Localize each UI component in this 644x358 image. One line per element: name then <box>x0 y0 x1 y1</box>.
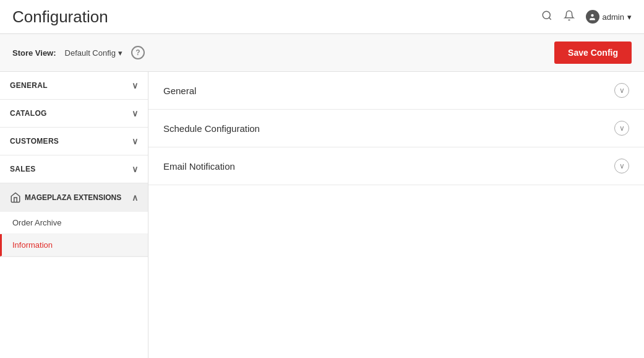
sidebar-item-sales[interactable]: SALES ∨ <box>0 155 148 183</box>
section-chevron-general: ∨ <box>614 83 629 98</box>
help-icon[interactable]: ? <box>131 46 145 59</box>
store-select-chevron: ▾ <box>118 48 122 58</box>
svg-line-1 <box>549 17 551 19</box>
mageplaza-label: MAGEPLAZA EXTENSIONS <box>25 193 121 202</box>
sidebar-item-order-archive[interactable]: Order Archive <box>0 212 148 234</box>
content-area: General ∨ Schedule Configuration ∨ Email… <box>148 72 644 358</box>
search-icon[interactable] <box>541 10 552 24</box>
sidebar-section-sales: SALES ∨ <box>0 155 148 183</box>
mageplaza-icon <box>10 192 21 203</box>
sidebar-item-catalog[interactable]: CATALOG ∨ <box>0 100 148 127</box>
store-bar: Store View: Default Config ▾ ? Save Conf… <box>0 34 644 72</box>
page-title: Configuration <box>12 7 108 27</box>
sidebar-item-mageplaza[interactable]: MAGEPLAZA EXTENSIONS ∧ <box>0 183 148 212</box>
chevron-up-icon: ∧ <box>132 193 138 203</box>
sidebar-label-general: GENERAL <box>10 81 48 90</box>
content-section-email[interactable]: Email Notification ∨ <box>148 147 644 185</box>
sidebar-sub-label-order-archive: Order Archive <box>12 218 61 227</box>
svg-point-2 <box>591 14 593 16</box>
sidebar: GENERAL ∨ CATALOG ∨ CUSTOMERS ∨ SALES ∨ <box>0 72 148 358</box>
store-view-select[interactable]: Default Config ▾ <box>65 48 122 58</box>
sidebar-section-catalog: CATALOG ∨ <box>0 100 148 128</box>
main-layout: GENERAL ∨ CATALOG ∨ CUSTOMERS ∨ SALES ∨ <box>0 72 644 358</box>
top-header: Configuration admin ▾ <box>0 0 644 34</box>
header-actions: admin ▾ <box>541 10 632 24</box>
admin-label: admin <box>603 12 624 22</box>
admin-user-menu[interactable]: admin ▾ <box>586 10 632 24</box>
sidebar-section-mageplaza: MAGEPLAZA EXTENSIONS ∧ Order Archive Inf… <box>0 183 148 257</box>
save-config-button[interactable]: Save Config <box>554 41 632 64</box>
section-chevron-schedule: ∨ <box>614 121 629 136</box>
chevron-down-icon: ∨ <box>132 108 138 118</box>
sidebar-section-customers: CUSTOMERS ∨ <box>0 128 148 155</box>
sidebar-label-customers: CUSTOMERS <box>10 137 59 146</box>
section-title-general: General <box>163 85 196 96</box>
bell-icon[interactable] <box>564 10 575 24</box>
sidebar-item-general[interactable]: GENERAL ∨ <box>0 72 148 99</box>
section-title-email: Email Notification <box>163 161 235 172</box>
section-title-schedule: Schedule Configuration <box>163 123 260 134</box>
chevron-down-icon: ▾ <box>627 12 632 22</box>
store-view-value: Default Config <box>65 48 116 58</box>
store-view-label: Store View: <box>12 48 56 58</box>
svg-point-0 <box>543 11 550 19</box>
sidebar-item-customers[interactable]: CUSTOMERS ∨ <box>0 128 148 155</box>
sidebar-label-sales: SALES <box>10 165 36 173</box>
chevron-down-icon: ∨ <box>132 81 138 90</box>
content-section-general[interactable]: General ∨ <box>148 72 644 110</box>
sidebar-section-general: GENERAL ∨ <box>0 72 148 100</box>
mageplaza-logo: MAGEPLAZA EXTENSIONS <box>10 192 121 203</box>
content-section-schedule[interactable]: Schedule Configuration ∨ <box>148 110 644 147</box>
section-chevron-email: ∨ <box>614 159 629 173</box>
chevron-down-icon: ∨ <box>132 164 138 174</box>
chevron-down-icon: ∨ <box>132 136 138 146</box>
sidebar-sub-label-information: Information <box>12 240 53 250</box>
sidebar-label-catalog: CATALOG <box>10 109 47 118</box>
store-bar-left: Store View: Default Config ▾ ? <box>12 46 145 59</box>
sidebar-item-information[interactable]: Information <box>0 234 148 256</box>
avatar <box>586 10 599 24</box>
